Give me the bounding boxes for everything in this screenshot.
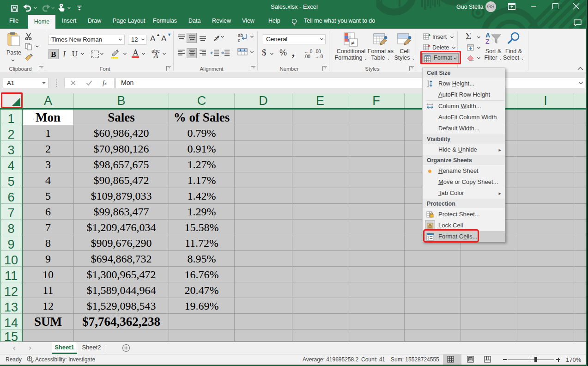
svg-text:c: c <box>238 38 240 43</box>
svg-text:≠: ≠ <box>351 40 355 47</box>
svg-text:ab: ab <box>238 33 243 38</box>
